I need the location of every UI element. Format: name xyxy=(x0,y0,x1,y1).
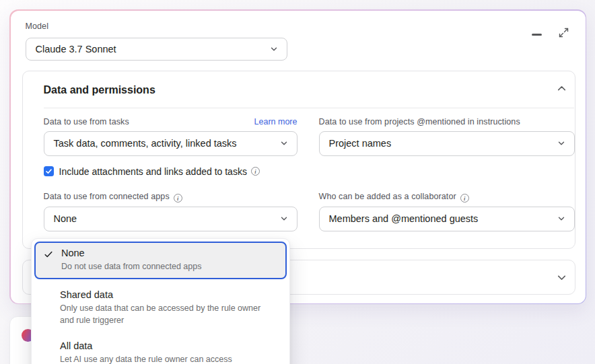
collapse-section-button[interactable] xyxy=(555,82,569,96)
attachments-checkbox[interactable] xyxy=(44,166,54,176)
model-label: Model xyxy=(26,22,49,31)
minimize-button[interactable] xyxy=(530,28,544,42)
menu-option-shared-data[interactable]: Shared data Only use data that can be ac… xyxy=(34,283,287,332)
menu-option-title: Shared data xyxy=(60,289,276,300)
tasks-data-select[interactable]: Task data, comments, activity, linked ta… xyxy=(44,131,298,156)
menu-option-description: Let AI use any data the rule owner can a… xyxy=(60,353,276,364)
collaborator-select[interactable]: Members and @mentioned guests xyxy=(319,207,575,231)
chevron-down-icon xyxy=(279,139,289,148)
model-select-value: Claude 3.7 Sonnet xyxy=(36,44,116,54)
projects-data-select[interactable]: Project names xyxy=(319,131,575,156)
expand-section-button[interactable] xyxy=(555,271,569,285)
menu-option-all-data[interactable]: All data Let AI use any data the rule ow… xyxy=(34,334,287,364)
info-icon[interactable]: i xyxy=(460,194,469,203)
info-icon[interactable]: i xyxy=(251,167,260,176)
projects-data-label: Data to use from projects @mentioned in … xyxy=(319,117,520,126)
connected-apps-label: Data to use from connected appsi xyxy=(44,192,182,203)
attachments-checkbox-label: Include attachments and links added to t… xyxy=(59,166,247,177)
menu-option-none[interactable]: None Do not use data from connected apps xyxy=(34,242,287,279)
chevron-up-icon xyxy=(556,83,567,94)
collaborator-select-value: Members and @mentioned guests xyxy=(329,213,479,224)
attachments-checkbox-row: Include attachments and links added to t… xyxy=(44,166,260,177)
model-select[interactable]: Claude 3.7 Sonnet xyxy=(26,38,287,61)
tasks-data-select-value: Task data, comments, activity, linked ta… xyxy=(54,138,237,149)
collaborator-label: Who can be added as a collaboratori xyxy=(319,192,469,203)
section-divider xyxy=(44,108,574,108)
connected-apps-select[interactable]: None xyxy=(44,207,298,231)
menu-option-title: None xyxy=(61,248,201,258)
chevron-down-icon xyxy=(269,44,279,54)
minimize-icon xyxy=(532,34,542,36)
expand-icon xyxy=(558,27,569,38)
data-permissions-card: Data and permissions Data to use from ta… xyxy=(22,71,575,249)
chevron-down-icon xyxy=(556,272,567,283)
learn-more-link[interactable]: Learn more xyxy=(44,117,298,126)
checkmark-icon xyxy=(44,248,61,262)
section-title: Data and permissions xyxy=(44,84,155,96)
connected-apps-dropdown-menu: None Do not use data from connected apps… xyxy=(31,238,290,364)
expand-button[interactable] xyxy=(557,26,571,40)
projects-data-select-value: Project names xyxy=(329,138,392,149)
chevron-down-icon xyxy=(557,139,566,148)
menu-option-description: Only use data that can be accessed by th… xyxy=(60,302,276,326)
chevron-down-icon xyxy=(557,214,566,223)
connected-apps-select-value: None xyxy=(54,213,77,224)
menu-option-title: All data xyxy=(60,340,276,351)
menu-option-description: Do not use data from connected apps xyxy=(61,260,201,272)
chevron-down-icon xyxy=(279,214,289,223)
info-icon[interactable]: i xyxy=(174,194,182,203)
